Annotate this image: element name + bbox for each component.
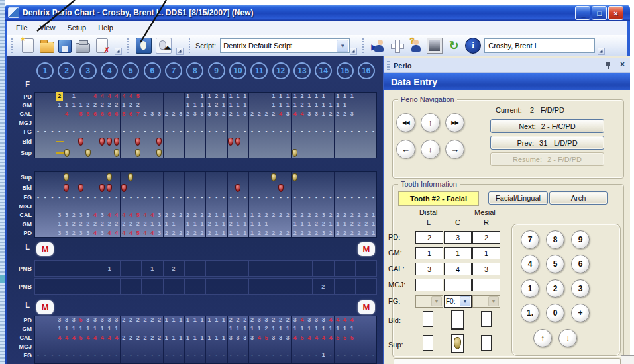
chart-cell-tooth-2[interactable]: 332 — [56, 228, 77, 238]
chart-cell-tooth-9[interactable] — [206, 136, 227, 147]
chart-cell-tooth-11[interactable]: 345 — [248, 333, 270, 342]
chart-cell-tooth-3[interactable]: --- — [78, 127, 99, 136]
chart-cell-tooth-16[interactable] — [356, 92, 377, 101]
pmb-cell-tooth-12[interactable] — [270, 278, 291, 295]
tooth-number-12[interactable]: 12 — [272, 62, 290, 79]
chart-cell-tooth-4[interactable] — [99, 171, 120, 183]
chart-cell-tooth-11[interactable]: 233 — [248, 316, 270, 324]
chart-cell-tooth-3[interactable]: 334 — [78, 228, 99, 238]
toolbar-overflow-button[interactable] — [350, 48, 357, 55]
chart-cell-tooth-16[interactable]: 221 — [356, 228, 377, 238]
chart-cell-tooth-15[interactable]: --- — [334, 193, 355, 202]
pmb-cell-tooth-15[interactable] — [335, 278, 356, 295]
pmb-cell-tooth-11[interactable] — [249, 278, 270, 295]
chart-cell-tooth-1[interactable] — [34, 342, 56, 351]
chart-cell-tooth-1[interactable] — [34, 183, 56, 193]
chart-cell-tooth-3[interactable]: 222 — [78, 220, 99, 228]
chart-cell-tooth-1[interactable]: --- — [34, 351, 56, 359]
chart-cell-tooth-15[interactable] — [334, 202, 355, 210]
chart-cell-tooth-8[interactable]: 111 — [184, 220, 205, 228]
chart-cell-tooth-13[interactable]: 443 — [291, 109, 313, 118]
chart-cell-tooth-4[interactable]: --- — [99, 193, 120, 202]
chart-cell-tooth-15[interactable]: 111 — [334, 92, 355, 101]
tooth-number-15[interactable]: 15 — [337, 62, 354, 79]
tooth-number-4[interactable]: 4 — [101, 62, 118, 79]
chart-cell-tooth-14[interactable] — [313, 342, 334, 351]
mgj-mesial-input[interactable] — [472, 279, 500, 291]
pmb-cell-tooth-9[interactable] — [206, 260, 227, 277]
bld-distal-checkbox[interactable] — [423, 311, 433, 327]
chart-cell-tooth-8[interactable] — [184, 183, 205, 193]
keypad-3[interactable]: 3 — [571, 279, 590, 298]
chart-cell-tooth-1[interactable] — [34, 171, 56, 183]
cal-center-input[interactable] — [444, 263, 472, 275]
chart-cell-tooth-6[interactable]: 443 — [142, 210, 163, 220]
chart-cell-tooth-3[interactable]: 544 — [78, 333, 99, 342]
chart-cell-tooth-2[interactable] — [56, 171, 77, 183]
chart-cell-tooth-10[interactable]: 111 — [227, 228, 248, 238]
chart-cell-tooth-15[interactable]: 222 — [334, 210, 355, 220]
chart-cell-tooth-14[interactable] — [313, 202, 334, 210]
chart-cell-tooth-1[interactable] — [34, 109, 56, 118]
chart-cell-tooth-14[interactable]: 221 — [313, 220, 334, 228]
chart-cell-tooth-3[interactable] — [78, 136, 99, 147]
chart-cell-tooth-10[interactable]: --- — [227, 127, 248, 136]
chart-cell-tooth-4[interactable]: 444 — [99, 92, 120, 101]
chart-cell-tooth-8[interactable]: 11 — [184, 92, 205, 101]
save-icon[interactable] — [58, 40, 72, 53]
chart-cell-tooth-5[interactable]: 445 — [120, 228, 141, 238]
down-button[interactable]: ↓ — [421, 140, 440, 159]
chart-cell-tooth-6[interactable]: 443 — [142, 228, 163, 238]
chart-cell-tooth-9[interactable] — [206, 324, 227, 333]
chart-cell-tooth-16[interactable]: 221 — [356, 220, 377, 228]
pmb-cell-tooth-4[interactable]: 1 — [99, 260, 121, 277]
chart-cell-tooth-3[interactable] — [78, 118, 99, 127]
chart-cell-tooth-10[interactable] — [227, 342, 248, 351]
chart-cell-tooth-10[interactable]: 211 — [227, 220, 248, 228]
chart-cell-tooth-16[interactable] — [356, 324, 377, 333]
keypad-plus[interactable]: + — [571, 304, 590, 322]
chart-cell-tooth-14[interactable] — [313, 136, 334, 147]
chart-cell-tooth-13[interactable]: --- — [291, 193, 313, 202]
chart-cell-tooth-14[interactable]: -1- — [313, 351, 334, 359]
chart-cell-tooth-16[interactable]: --- — [356, 193, 377, 202]
chart-cell-tooth-14[interactable]: 312 — [313, 109, 334, 118]
refresh-icon[interactable]: ↻ — [447, 38, 461, 53]
bld-center-checkbox[interactable] — [451, 310, 464, 330]
chart-cell-tooth-3[interactable]: 334 — [78, 210, 99, 220]
chart-cell-tooth-2[interactable]: 112 — [56, 220, 77, 228]
chart-cell-tooth-5[interactable] — [120, 171, 141, 183]
chart-cell-tooth-4[interactable] — [99, 147, 120, 158]
chart-cell-tooth-12[interactable]: --- — [270, 127, 291, 136]
pmb-cell-tooth-9[interactable] — [206, 278, 227, 295]
pmb-cell-tooth-8[interactable] — [185, 260, 206, 277]
chart-cell-tooth-3[interactable]: 111 — [78, 324, 99, 333]
chart-cell-tooth-2[interactable] — [56, 136, 77, 147]
pmb-cell-tooth-3[interactable] — [78, 278, 99, 295]
chart-cell-tooth-4[interactable]: 344 — [99, 228, 120, 238]
pmb-cell-tooth-12[interactable] — [270, 260, 291, 277]
chart-cell-tooth-10[interactable]: 111 — [227, 101, 248, 109]
keypad-up-button[interactable]: ↑ — [533, 329, 552, 347]
maximize-button[interactable]: □ — [592, 6, 607, 20]
chart-cell-tooth-15[interactable] — [334, 183, 355, 193]
chart-cell-tooth-2[interactable]: 111 — [56, 324, 77, 333]
chart-cell-tooth-7[interactable] — [163, 183, 184, 193]
chart-cell-tooth-15[interactable]: 111 — [334, 324, 355, 333]
chart-cell-tooth-11[interactable]: 222 — [248, 109, 270, 118]
chart-cell-tooth-7[interactable] — [163, 324, 184, 333]
chart-cell-tooth-6[interactable]: --- — [142, 127, 163, 136]
tooth-number-6[interactable]: 6 — [144, 62, 161, 79]
chart-cell-tooth-6[interactable]: 222 — [142, 316, 163, 324]
minimize-button[interactable]: _ — [575, 6, 590, 20]
chart-cell-tooth-7[interactable]: 11 — [163, 220, 184, 228]
pmb-cell-tooth-2[interactable] — [56, 260, 78, 277]
chart-cell-tooth-2[interactable]: 21 — [56, 92, 77, 101]
tooth-number-7[interactable]: 7 — [165, 62, 182, 79]
chart-cell-tooth-9[interactable]: 211 — [206, 210, 227, 220]
sup-mesial-checkbox[interactable] — [481, 335, 492, 351]
toolbar-overflow-button[interactable] — [598, 48, 605, 55]
keypad-5[interactable]: 5 — [546, 255, 564, 273]
chart-cell-tooth-8[interactable] — [184, 342, 205, 351]
chart-cell-tooth-15[interactable] — [334, 342, 355, 351]
